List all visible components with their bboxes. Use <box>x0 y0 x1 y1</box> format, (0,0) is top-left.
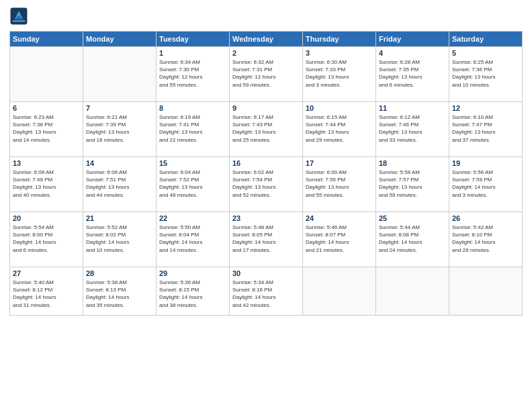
weekday-header-wednesday: Wednesday <box>230 32 303 47</box>
day-info: Sunrise: 5:34 AM Sunset: 8:16 PM Dayligh… <box>232 279 300 309</box>
calendar-cell: 2Sunrise: 6:32 AM Sunset: 7:31 PM Daylig… <box>230 47 303 102</box>
day-info: Sunrise: 5:58 AM Sunset: 7:57 PM Dayligh… <box>379 169 446 199</box>
day-info: Sunrise: 6:04 AM Sunset: 7:52 PM Dayligh… <box>159 169 226 199</box>
day-number: 9 <box>232 104 300 112</box>
week-row-1: 1Sunrise: 6:34 AM Sunset: 7:30 PM Daylig… <box>10 47 523 102</box>
day-info: Sunrise: 5:44 AM Sunset: 8:08 PM Dayligh… <box>379 224 446 254</box>
page: SundayMondayTuesdayWednesdayThursdayFrid… <box>0 0 532 411</box>
day-number: 3 <box>306 49 373 57</box>
calendar-cell <box>303 267 376 316</box>
day-info: Sunrise: 6:12 AM Sunset: 7:46 PM Dayligh… <box>379 113 446 144</box>
weekday-header-tuesday: Tuesday <box>157 32 230 47</box>
day-info: Sunrise: 6:32 AM Sunset: 7:31 PM Dayligh… <box>232 58 300 89</box>
day-info: Sunrise: 5:56 AM Sunset: 7:59 PM Dayligh… <box>452 169 519 199</box>
day-number: 4 <box>379 49 446 57</box>
day-number: 5 <box>452 49 519 57</box>
calendar-cell: 16Sunrise: 6:02 AM Sunset: 7:54 PM Dayli… <box>230 157 303 212</box>
day-number: 2 <box>232 49 300 57</box>
day-info: Sunrise: 6:23 AM Sunset: 7:38 PM Dayligh… <box>13 113 80 144</box>
day-number: 18 <box>379 159 446 167</box>
calendar-cell <box>449 267 523 316</box>
day-info: Sunrise: 6:10 AM Sunset: 7:47 PM Dayligh… <box>452 113 519 144</box>
day-info: Sunrise: 6:34 AM Sunset: 7:30 PM Dayligh… <box>159 58 226 89</box>
calendar-cell: 14Sunrise: 6:06 AM Sunset: 7:51 PM Dayli… <box>83 157 157 212</box>
day-number: 1 <box>159 49 226 57</box>
day-number: 26 <box>452 214 519 222</box>
svg-rect-3 <box>13 20 26 21</box>
day-number: 11 <box>379 104 446 112</box>
calendar-cell: 3Sunrise: 6:30 AM Sunset: 7:33 PM Daylig… <box>303 47 376 102</box>
day-number: 19 <box>452 159 519 167</box>
day-info: Sunrise: 5:48 AM Sunset: 8:05 PM Dayligh… <box>232 224 300 254</box>
calendar-cell: 27Sunrise: 5:40 AM Sunset: 8:12 PM Dayli… <box>10 267 83 316</box>
day-info: Sunrise: 6:17 AM Sunset: 7:43 PM Dayligh… <box>232 113 300 144</box>
calendar-cell: 4Sunrise: 6:28 AM Sunset: 7:35 PM Daylig… <box>376 47 449 102</box>
calendar-cell <box>83 47 157 102</box>
week-row-5: 27Sunrise: 5:40 AM Sunset: 8:12 PM Dayli… <box>10 267 523 316</box>
day-info: Sunrise: 6:15 AM Sunset: 7:44 PM Dayligh… <box>306 113 373 144</box>
calendar-cell: 26Sunrise: 5:42 AM Sunset: 8:10 PM Dayli… <box>449 212 523 267</box>
calendar-cell: 28Sunrise: 5:38 AM Sunset: 8:13 PM Dayli… <box>83 267 157 316</box>
day-info: Sunrise: 5:36 AM Sunset: 8:15 PM Dayligh… <box>159 279 226 309</box>
calendar-cell: 20Sunrise: 5:54 AM Sunset: 8:00 PM Dayli… <box>10 212 83 267</box>
calendar-cell: 11Sunrise: 6:12 AM Sunset: 7:46 PM Dayli… <box>376 102 449 157</box>
weekday-header-thursday: Thursday <box>303 32 376 47</box>
day-number: 7 <box>86 104 153 112</box>
weekday-header-row: SundayMondayTuesdayWednesdayThursdayFrid… <box>10 32 523 47</box>
calendar-cell: 5Sunrise: 6:25 AM Sunset: 7:36 PM Daylig… <box>449 47 523 102</box>
calendar-cell: 25Sunrise: 5:44 AM Sunset: 8:08 PM Dayli… <box>376 212 449 267</box>
day-number: 8 <box>159 104 226 112</box>
day-info: Sunrise: 6:06 AM Sunset: 7:51 PM Dayligh… <box>86 169 153 199</box>
calendar-cell: 1Sunrise: 6:34 AM Sunset: 7:30 PM Daylig… <box>157 47 230 102</box>
day-info: Sunrise: 6:02 AM Sunset: 7:54 PM Dayligh… <box>232 169 300 199</box>
calendar-cell: 17Sunrise: 6:00 AM Sunset: 7:56 PM Dayli… <box>303 157 376 212</box>
day-info: Sunrise: 6:21 AM Sunset: 7:39 PM Dayligh… <box>86 113 153 144</box>
day-info: Sunrise: 5:46 AM Sunset: 8:07 PM Dayligh… <box>306 224 373 254</box>
day-number: 20 <box>13 214 80 222</box>
calendar-cell: 21Sunrise: 5:52 AM Sunset: 8:02 PM Dayli… <box>83 212 157 267</box>
day-number: 29 <box>159 269 226 277</box>
weekday-header-monday: Monday <box>83 32 157 47</box>
week-row-3: 13Sunrise: 6:08 AM Sunset: 7:49 PM Dayli… <box>10 157 523 212</box>
day-number: 6 <box>13 104 80 112</box>
calendar-cell: 12Sunrise: 6:10 AM Sunset: 7:47 PM Dayli… <box>449 102 523 157</box>
day-info: Sunrise: 6:00 AM Sunset: 7:56 PM Dayligh… <box>306 169 373 199</box>
day-info: Sunrise: 5:40 AM Sunset: 8:12 PM Dayligh… <box>13 279 80 309</box>
calendar-cell: 13Sunrise: 6:08 AM Sunset: 7:49 PM Dayli… <box>10 157 83 212</box>
day-info: Sunrise: 6:25 AM Sunset: 7:36 PM Dayligh… <box>452 58 519 89</box>
day-info: Sunrise: 6:28 AM Sunset: 7:35 PM Dayligh… <box>379 58 446 89</box>
day-info: Sunrise: 5:54 AM Sunset: 8:00 PM Dayligh… <box>13 224 80 254</box>
day-info: Sunrise: 6:30 AM Sunset: 7:33 PM Dayligh… <box>306 58 373 89</box>
weekday-header-sunday: Sunday <box>10 32 83 47</box>
calendar-cell <box>10 47 83 102</box>
day-number: 16 <box>232 159 300 167</box>
day-number: 12 <box>452 104 519 112</box>
calendar-cell: 29Sunrise: 5:36 AM Sunset: 8:15 PM Dayli… <box>157 267 230 316</box>
day-number: 13 <box>13 159 80 167</box>
calendar-cell: 30Sunrise: 5:34 AM Sunset: 8:16 PM Dayli… <box>230 267 303 316</box>
calendar-cell: 8Sunrise: 6:19 AM Sunset: 7:41 PM Daylig… <box>157 102 230 157</box>
day-info: Sunrise: 5:52 AM Sunset: 8:02 PM Dayligh… <box>86 224 153 254</box>
day-number: 24 <box>306 214 373 222</box>
logo <box>9 7 31 26</box>
calendar-cell: 18Sunrise: 5:58 AM Sunset: 7:57 PM Dayli… <box>376 157 449 212</box>
day-number: 27 <box>13 269 80 277</box>
day-info: Sunrise: 5:50 AM Sunset: 8:04 PM Dayligh… <box>159 224 226 254</box>
day-number: 25 <box>379 214 446 222</box>
day-info: Sunrise: 6:19 AM Sunset: 7:41 PM Dayligh… <box>159 113 226 144</box>
header <box>9 7 523 26</box>
calendar-cell: 6Sunrise: 6:23 AM Sunset: 7:38 PM Daylig… <box>10 102 83 157</box>
day-number: 10 <box>306 104 373 112</box>
weekday-header-friday: Friday <box>376 32 449 47</box>
calendar-cell <box>376 267 449 316</box>
day-number: 22 <box>159 214 226 222</box>
day-number: 14 <box>86 159 153 167</box>
day-info: Sunrise: 5:42 AM Sunset: 8:10 PM Dayligh… <box>452 224 519 254</box>
weekday-header-saturday: Saturday <box>449 32 523 47</box>
day-number: 21 <box>86 214 153 222</box>
day-number: 28 <box>86 269 153 277</box>
calendar-cell: 22Sunrise: 5:50 AM Sunset: 8:04 PM Dayli… <box>157 212 230 267</box>
week-row-4: 20Sunrise: 5:54 AM Sunset: 8:00 PM Dayli… <box>10 212 523 267</box>
calendar-cell: 7Sunrise: 6:21 AM Sunset: 7:39 PM Daylig… <box>83 102 157 157</box>
day-number: 15 <box>159 159 226 167</box>
